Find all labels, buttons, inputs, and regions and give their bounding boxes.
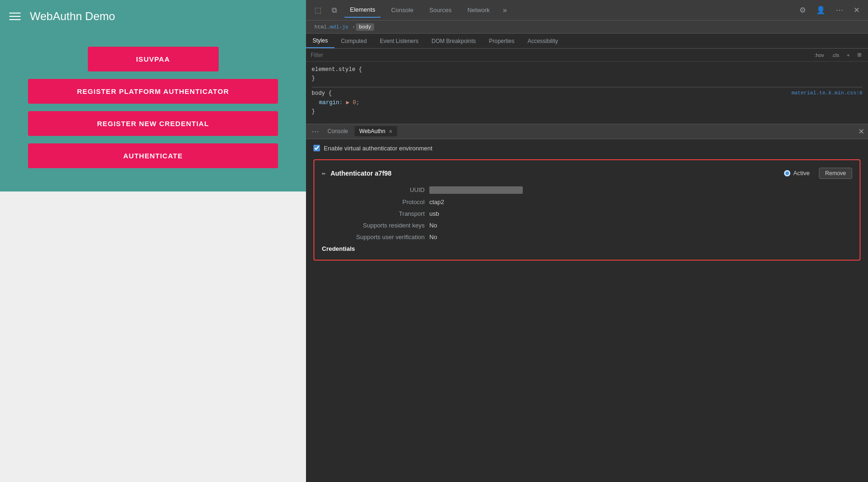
webauthn-content: Enable virtual authenticator environment… bbox=[306, 139, 868, 482]
more-tabs-icon[interactable]: » bbox=[500, 4, 510, 16]
bottom-more-tabs[interactable]: ⋯ bbox=[310, 127, 321, 136]
add-style-button[interactable]: + bbox=[845, 51, 852, 59]
breadcrumb-body[interactable]: body bbox=[356, 23, 374, 31]
breadcrumb-html[interactable]: html.mdl-js bbox=[312, 23, 351, 31]
register-platform-button[interactable]: REGISTER PLATFORM AUTHENTICATOR bbox=[28, 79, 278, 104]
active-radio[interactable] bbox=[784, 170, 790, 177]
close-bottom-panel[interactable]: ✕ bbox=[858, 127, 864, 136]
tab-properties[interactable]: Properties bbox=[482, 34, 521, 48]
uuid-row: UUID bbox=[322, 186, 852, 194]
style-rule-body: body { material.te…k.min.css:8 margin: ▶… bbox=[312, 89, 862, 116]
user-icon[interactable]: 👤 bbox=[813, 4, 828, 16]
style-rule-close-body: } bbox=[312, 107, 862, 116]
style-selector-body: body { material.te…k.min.css:8 bbox=[312, 89, 862, 98]
enable-virtual-authenticator-label[interactable]: Enable virtual authenticator environment bbox=[324, 145, 433, 152]
tab-accessibility[interactable]: Accessibility bbox=[521, 34, 564, 48]
resident-keys-row: Supports resident keys No bbox=[322, 222, 852, 229]
tab-computed[interactable]: Computed bbox=[334, 34, 373, 48]
close-devtools-button[interactable]: ✕ bbox=[851, 4, 862, 16]
styles-filter-bar: :hov .cls + ⊞ bbox=[306, 49, 868, 62]
buttons-area: ISUVPAA REGISTER PLATFORM AUTHENTICATOR … bbox=[0, 33, 306, 191]
settings-icon[interactable]: ⚙ bbox=[797, 4, 809, 16]
tab-event-listeners[interactable]: Event Listeners bbox=[373, 34, 425, 48]
user-verification-label: Supports user verification bbox=[322, 234, 425, 241]
authenticator-name: Authenticator a7f98 bbox=[330, 170, 783, 177]
device-icon[interactable]: ⧉ bbox=[329, 4, 340, 16]
style-prop-margin: margin: ▶ 0; bbox=[312, 99, 862, 107]
styles-tabbar: Styles Computed Event Listeners DOM Brea… bbox=[306, 34, 868, 49]
style-rule-close-element: } bbox=[312, 74, 862, 83]
tab-console-bottom[interactable]: Console bbox=[323, 126, 353, 136]
active-row: Active bbox=[784, 170, 810, 177]
remove-authenticator-button[interactable]: Remove bbox=[819, 168, 852, 179]
cls-filter-button[interactable]: .cls bbox=[830, 51, 841, 59]
transport-label: Transport bbox=[322, 210, 425, 217]
html-breadcrumb: html.mdl-js › body bbox=[306, 21, 868, 34]
authenticator-card: ✏ Authenticator a7f98 Active Remove UUID… bbox=[313, 159, 861, 261]
style-selector-element: element.style { bbox=[312, 65, 862, 74]
protocol-row: Protocol ctap2 bbox=[322, 198, 852, 206]
transport-value: usb bbox=[429, 210, 439, 217]
tab-elements[interactable]: Elements bbox=[344, 2, 381, 18]
hov-filter-button[interactable]: :hov bbox=[812, 51, 826, 59]
protocol-label: Protocol bbox=[322, 198, 425, 206]
hamburger-icon[interactable] bbox=[9, 13, 21, 20]
uuid-value-bar bbox=[429, 186, 523, 194]
uuid-label: UUID bbox=[322, 186, 425, 193]
authenticate-button[interactable]: AUTHENTICATE bbox=[28, 143, 278, 168]
styles-content: element.style { } body { material.te…k.m… bbox=[306, 62, 868, 124]
tab-console[interactable]: Console bbox=[385, 3, 419, 17]
app-header: WebAuthn Demo bbox=[0, 0, 306, 33]
active-label: Active bbox=[793, 170, 810, 177]
content-area bbox=[0, 191, 306, 482]
protocol-value: ctap2 bbox=[429, 198, 444, 206]
app-title: WebAuthn Demo bbox=[30, 10, 115, 23]
resident-keys-value: No bbox=[429, 222, 437, 229]
close-webauthn-tab[interactable]: ✕ bbox=[389, 129, 392, 134]
filter-input[interactable] bbox=[311, 52, 809, 58]
enable-row: Enable virtual authenticator environment bbox=[313, 145, 861, 152]
left-panel: WebAuthn Demo ISUVPAA REGISTER PLATFORM … bbox=[0, 0, 306, 482]
auth-card-header: ✏ Authenticator a7f98 Active Remove bbox=[322, 168, 852, 179]
user-verification-value: No bbox=[429, 234, 437, 241]
devtools-panel: ⬚ ⧉ Elements Console Sources Network » ⚙… bbox=[306, 0, 868, 482]
enable-virtual-authenticator-checkbox[interactable] bbox=[313, 145, 320, 151]
transport-row: Transport usb bbox=[322, 210, 852, 217]
bottom-panel: ⋯ Console WebAuthn ✕ ✕ Enable virtual au… bbox=[306, 124, 868, 482]
resident-keys-label: Supports resident keys bbox=[322, 222, 425, 229]
devtools-topbar: ⬚ ⧉ Elements Console Sources Network » ⚙… bbox=[306, 0, 868, 21]
tab-dom-breakpoints[interactable]: DOM Breakpoints bbox=[425, 34, 483, 48]
tab-network[interactable]: Network bbox=[462, 3, 496, 17]
isuvpaa-button[interactable]: ISUVPAA bbox=[88, 47, 219, 71]
style-link-body[interactable]: material.te…k.min.css:8 bbox=[791, 89, 862, 98]
tab-styles[interactable]: Styles bbox=[306, 34, 334, 48]
bottom-tabbar: ⋯ Console WebAuthn ✕ ✕ bbox=[306, 124, 868, 139]
tab-webauthn[interactable]: WebAuthn ✕ bbox=[355, 126, 397, 136]
edit-icon[interactable]: ✏ bbox=[322, 169, 326, 177]
toggle-sidebar-button[interactable]: ⊞ bbox=[855, 51, 863, 59]
register-new-credential-button[interactable]: REGISTER NEW CREDENTIAL bbox=[28, 111, 278, 136]
credentials-heading: Credentials bbox=[322, 245, 852, 252]
inspect-icon[interactable]: ⬚ bbox=[312, 4, 324, 16]
more-options-icon[interactable]: ⋯ bbox=[833, 4, 846, 16]
style-rule-element: element.style { } bbox=[312, 65, 862, 83]
user-verification-row: Supports user verification No bbox=[322, 234, 852, 241]
tab-sources[interactable]: Sources bbox=[424, 3, 457, 17]
